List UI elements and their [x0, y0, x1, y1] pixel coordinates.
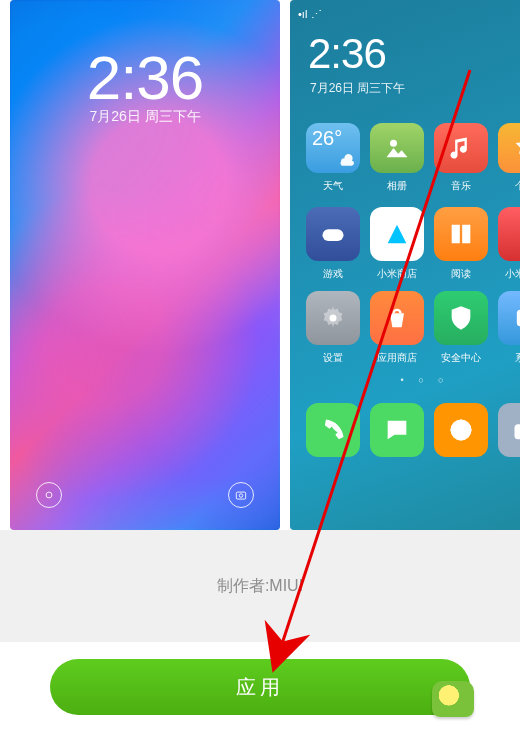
- app-label: 系统: [515, 351, 520, 365]
- app-label: 个性: [515, 179, 520, 193]
- app-gallery[interactable]: 相册: [370, 123, 424, 193]
- app-music[interactable]: 音乐: [434, 123, 488, 193]
- widget-row: 26° 天气 相册 音乐 个性: [306, 123, 520, 193]
- author-label: 制作者:: [217, 576, 269, 597]
- app-label: 应用商店: [377, 351, 417, 365]
- app-label: 小米视频: [505, 267, 520, 281]
- dock: [306, 403, 520, 457]
- shield-icon: [434, 291, 488, 345]
- app-label: 相册: [387, 179, 407, 193]
- app-security[interactable]: 安全中心: [434, 291, 488, 365]
- app-appstore[interactable]: 应用商店: [370, 291, 424, 365]
- music-icon: [434, 123, 488, 173]
- page-indicator: • ○ ○: [290, 375, 520, 385]
- author-strip: 制作者: MIUI: [0, 530, 520, 642]
- homescreen-date: 7月26日 周三下午: [310, 80, 520, 97]
- browser-icon[interactable]: [434, 403, 488, 457]
- sticker-decoration: [432, 681, 474, 717]
- apply-button-label: 应用: [236, 676, 284, 698]
- weather-temp: 26°: [312, 127, 342, 150]
- theme-preview-row: 2:36 7月26日 周三下午 •ıl ⋰ ▮ 2:36 7月26日 周三下午 …: [0, 0, 520, 530]
- system-icon: [498, 291, 520, 345]
- svg-point-2: [239, 494, 243, 498]
- app-settings[interactable]: 设置: [306, 291, 360, 365]
- app-label: 设置: [323, 351, 343, 365]
- lockscreen-home-icon: [36, 482, 62, 508]
- gear-icon: [306, 291, 360, 345]
- read-icon: [434, 207, 488, 261]
- app-reader[interactable]: 阅读: [434, 207, 488, 281]
- homescreen-preview[interactable]: •ıl ⋰ ▮ 2:36 7月26日 周三下午 26° 天气 相册 音乐: [290, 0, 520, 530]
- svg-point-0: [46, 492, 52, 498]
- cell-signal-icon: •ıl: [298, 8, 307, 20]
- wifi-icon: ⋰: [311, 8, 322, 21]
- app-video[interactable]: 小米视频: [498, 207, 520, 281]
- messages-icon[interactable]: [370, 403, 424, 457]
- store-icon: [370, 207, 424, 261]
- svg-rect-1: [236, 492, 245, 499]
- camera-icon[interactable]: [498, 403, 520, 457]
- app-grid: 游戏 小米商店 阅读 小米视频 设置 应用商店 安全中心 系统: [306, 207, 520, 365]
- app-label: 天气: [323, 179, 343, 193]
- app-mi-store[interactable]: 小米商店: [370, 207, 424, 281]
- apply-button[interactable]: 应用: [50, 659, 470, 715]
- game-icon: [306, 207, 360, 261]
- lockscreen-time: 2:36: [10, 42, 280, 113]
- gallery-icon: [370, 123, 424, 173]
- svg-rect-4: [323, 229, 344, 241]
- svg-point-3: [390, 140, 397, 147]
- app-personalize[interactable]: 个性: [498, 123, 520, 193]
- apply-bar: 应用: [0, 642, 520, 732]
- lockscreen-camera-icon: [228, 482, 254, 508]
- svg-rect-8: [515, 424, 521, 439]
- app-weather[interactable]: 26° 天气: [306, 123, 360, 193]
- app-label: 小米商店: [377, 267, 417, 281]
- status-bar: •ıl ⋰ ▮: [290, 4, 520, 24]
- homescreen-time: 2:36: [308, 30, 520, 78]
- app-label: 安全中心: [441, 351, 481, 365]
- video-icon: [498, 207, 520, 261]
- app-label: 游戏: [323, 267, 343, 281]
- app-system[interactable]: 系统: [498, 291, 520, 365]
- lockscreen-preview[interactable]: 2:36 7月26日 周三下午: [10, 0, 280, 530]
- app-games[interactable]: 游戏: [306, 207, 360, 281]
- app-label: 音乐: [451, 179, 471, 193]
- phone-icon[interactable]: [306, 403, 360, 457]
- appstore-icon: [370, 291, 424, 345]
- personalize-icon: [498, 123, 520, 173]
- author-value: MIUI: [269, 577, 303, 595]
- app-label: 阅读: [451, 267, 471, 281]
- lockscreen-date: 7月26日 周三下午: [10, 108, 280, 126]
